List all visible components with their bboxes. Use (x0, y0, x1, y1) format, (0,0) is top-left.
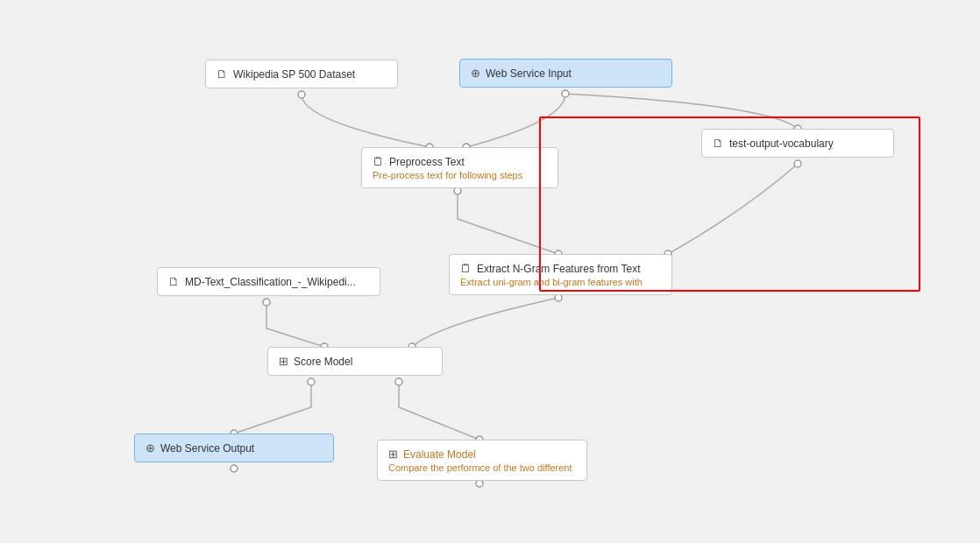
preprocess-text-node[interactable]: 🗒 Preprocess Text Pre-process text for f… (361, 147, 558, 188)
evaluate-model-title: ⊞ Evaluate Model (388, 448, 476, 461)
md-classification-title: 🗋 MD-Text_Classification_-_Wikipedi... (168, 275, 356, 288)
svg-point-9 (555, 294, 562, 301)
evaluate-model-subtitle: Compare the performce of the two differe… (388, 462, 572, 473)
svg-point-17 (476, 480, 483, 487)
test-output-title: 🗋 test-output-vocabulary (713, 137, 834, 150)
web-service-input-node[interactable]: ⊕ Web Service Input (459, 59, 672, 88)
svg-point-14 (395, 378, 402, 385)
svg-point-18 (231, 465, 238, 472)
extract-ngram-subtitle: Extract uni-gram and bi-gram features wi… (460, 277, 643, 287)
preprocess-subtitle: Pre-process text for following steps (373, 170, 522, 180)
extract-ngram-title: 🗒 Extract N-Gram Features from Text (460, 262, 641, 275)
test-output-vocabulary-node[interactable]: 🗋 test-output-vocabulary (701, 129, 894, 158)
globe-icon-input: ⊕ (471, 67, 480, 80)
web-service-input-title: ⊕ Web Service Input (471, 67, 572, 80)
evaluate-model-node[interactable]: ⊞ Evaluate Model Compare the performce o… (377, 440, 587, 481)
globe-icon-output: ⊕ (146, 441, 155, 455)
score-model-title: ⊞ Score Model (279, 355, 352, 368)
svg-point-4 (454, 187, 461, 194)
svg-point-10 (263, 299, 270, 306)
svg-point-0 (298, 91, 305, 98)
preprocess-icon: 🗒 (373, 155, 384, 168)
svg-point-8 (794, 160, 801, 167)
ngram-icon: 🗒 (460, 262, 472, 275)
wikipedia-title: 🗋 Wikipedia SP 500 Dataset (217, 67, 355, 81)
svg-point-1 (562, 90, 569, 97)
document-icon-vocab: 🗋 (713, 137, 724, 150)
wikipedia-node[interactable]: 🗋 Wikipedia SP 500 Dataset (205, 60, 398, 88)
extract-ngram-node[interactable]: 🗒 Extract N-Gram Features from Text Extr… (449, 254, 672, 295)
web-service-output-title: ⊕ Web Service Output (146, 441, 254, 455)
score-icon: ⊞ (279, 355, 288, 368)
wikipedia-icon: 🗋 (217, 67, 228, 81)
svg-point-13 (308, 378, 315, 385)
preprocess-title: 🗒 Preprocess Text (373, 155, 465, 168)
evaluate-icon: ⊞ (388, 448, 398, 461)
md-doc-icon: 🗋 (168, 275, 180, 288)
web-service-output-node[interactable]: ⊕ Web Service Output (134, 434, 334, 462)
workflow-canvas: 🗋 Wikipedia SP 500 Dataset ⊕ Web Service… (0, 0, 980, 543)
md-classification-node[interactable]: 🗋 MD-Text_Classification_-_Wikipedi... (157, 267, 380, 296)
score-model-node[interactable]: ⊞ Score Model (267, 347, 443, 376)
